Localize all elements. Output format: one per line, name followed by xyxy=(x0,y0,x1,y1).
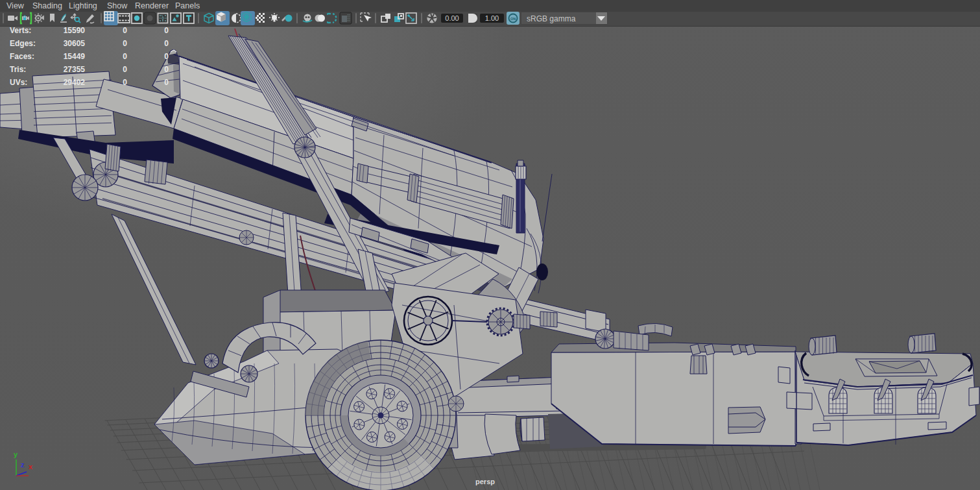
svg-text:y: y xyxy=(14,450,18,458)
svg-text:z: z xyxy=(21,461,25,469)
svg-text:x: x xyxy=(29,463,33,471)
svg-text:ON: ON xyxy=(510,17,516,21)
